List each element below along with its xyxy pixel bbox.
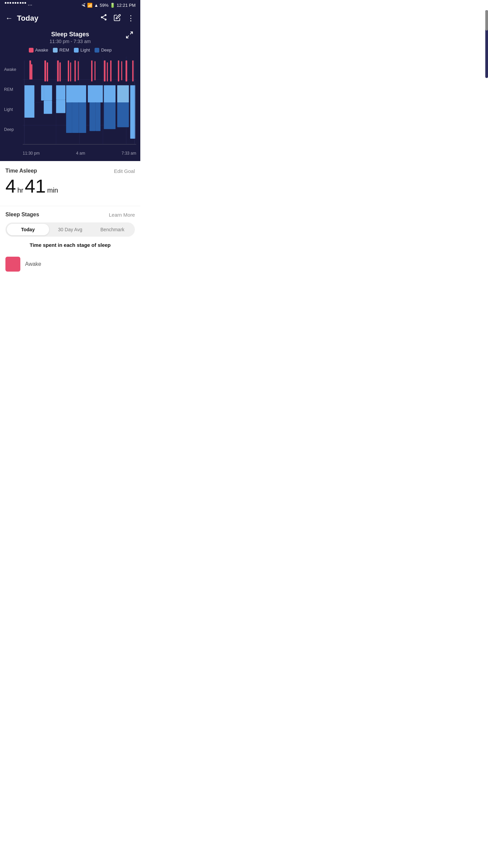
awake-color-box: [29, 48, 34, 53]
page-title: Today: [17, 14, 96, 23]
svg-rect-27: [57, 60, 59, 81]
tab-today[interactable]: Today: [7, 224, 49, 235]
svg-rect-34: [70, 62, 71, 81]
sleep-stages-label: Sleep Stages: [5, 212, 39, 218]
svg-rect-46: [110, 60, 111, 81]
svg-rect-38: [96, 102, 101, 131]
time-asleep-section: Time Asleep Edit Goal 4 hr 41 min: [0, 161, 140, 206]
awake-stage-label: Awake: [25, 261, 41, 267]
svg-rect-43: [104, 102, 115, 129]
awake-stage-color: [5, 257, 20, 272]
tab-benchmark[interactable]: Benchmark: [91, 224, 134, 235]
svg-rect-35: [75, 60, 76, 81]
y-label-light: Light: [4, 99, 20, 119]
y-label-awake: Awake: [4, 59, 20, 79]
svg-line-6: [126, 36, 129, 38]
legend-awake-label: Awake: [35, 47, 48, 53]
rem-color-box: [53, 48, 58, 53]
svg-rect-39: [88, 85, 103, 102]
share-icon[interactable]: [100, 14, 107, 23]
svg-rect-24: [47, 62, 48, 81]
svg-rect-53: [132, 60, 134, 81]
svg-rect-23: [44, 60, 46, 81]
fitbit-logo: ···: [5, 2, 32, 8]
status-left: ···: [5, 2, 32, 8]
svg-rect-28: [59, 62, 61, 81]
svg-rect-50: [121, 61, 122, 80]
bluetooth-icon: ⮘: [81, 3, 86, 8]
svg-rect-31: [79, 102, 86, 133]
chart-legend: Awake REM Light Deep: [4, 47, 136, 53]
edit-icon[interactable]: [114, 14, 121, 23]
chart-time-range: 11:30 pm - 7:33 am: [4, 39, 136, 44]
svg-rect-33: [68, 60, 69, 81]
svg-point-0: [105, 14, 107, 16]
time-text: 12:21 PM: [117, 3, 136, 8]
svg-rect-25: [56, 85, 66, 100]
svg-rect-44: [104, 60, 105, 81]
sleep-stages-section: Sleep Stages Learn More Today 30 Day Avg…: [0, 206, 140, 278]
svg-point-1: [101, 16, 103, 18]
more-icon[interactable]: ⋮: [127, 14, 135, 23]
svg-rect-37: [89, 102, 96, 131]
wifi-icon: 📶: [87, 3, 93, 8]
svg-rect-18: [29, 60, 31, 79]
battery-icon: 🔋: [110, 3, 115, 8]
svg-rect-16: [24, 85, 35, 102]
legend-rem: REM: [53, 47, 69, 53]
svg-rect-48: [117, 102, 129, 127]
battery-text: 59%: [100, 3, 108, 8]
y-label-deep: Deep: [4, 119, 20, 139]
light-color-box: [74, 48, 79, 53]
svg-rect-51: [125, 60, 127, 81]
svg-line-3: [103, 18, 105, 19]
svg-rect-47: [117, 85, 129, 102]
legend-awake: Awake: [29, 47, 48, 53]
svg-rect-32: [66, 85, 86, 102]
edit-goal-button[interactable]: Edit Goal: [114, 168, 135, 174]
chart-y-axis: Awake REM Light Deep: [4, 57, 23, 150]
stage-subtitle: Time spent in each stage of sleep: [5, 242, 135, 248]
status-bar: ··· ⮘ 📶 ▲ 59% 🔋 12:21 PM: [0, 0, 140, 10]
legend-deep: Deep: [95, 47, 111, 53]
stage-item-awake: Awake: [5, 253, 135, 275]
svg-line-5: [130, 32, 133, 34]
legend-light: Light: [74, 47, 90, 53]
legend-deep-label: Deep: [101, 47, 111, 53]
legend-rem-label: REM: [59, 47, 69, 53]
sleep-stages-header: Sleep Stages Learn More: [5, 212, 135, 218]
expand-button[interactable]: [125, 31, 134, 40]
svg-rect-21: [44, 85, 52, 100]
hours-value: 4: [5, 177, 16, 196]
chart-title: Sleep Stages: [4, 31, 136, 38]
chart-svg-area: [23, 57, 136, 150]
learn-more-button[interactable]: Learn More: [109, 212, 135, 218]
svg-point-2: [105, 19, 107, 20]
svg-line-4: [103, 16, 105, 17]
sleep-chart-section: Sleep Stages 11:30 pm - 7:33 am Awake RE…: [0, 28, 140, 161]
x-label-mid: 4 am: [76, 151, 85, 156]
svg-rect-19: [31, 64, 33, 80]
svg-rect-49: [118, 60, 119, 81]
svg-rect-17: [24, 102, 35, 118]
svg-rect-26: [56, 100, 66, 113]
minutes-unit: min: [47, 186, 58, 194]
back-button[interactable]: ←: [5, 14, 13, 23]
x-label-start: 11:30 pm: [23, 151, 40, 156]
x-label-end: 7:33 am: [122, 151, 136, 156]
tab-30day[interactable]: 30 Day Avg: [49, 224, 92, 235]
signal-icon: ▲: [94, 3, 98, 8]
sleep-stages-tabs: Today 30 Day Avg Benchmark: [5, 222, 135, 237]
svg-rect-42: [104, 85, 115, 102]
svg-rect-45: [107, 62, 108, 81]
deep-color-box: [95, 48, 99, 53]
svg-rect-36: [78, 61, 79, 80]
svg-rect-30: [72, 102, 79, 133]
hours-unit: hr: [17, 186, 23, 194]
time-asleep-value: 4 hr 41 min: [5, 177, 135, 196]
time-asleep-label: Time Asleep: [5, 168, 37, 174]
status-right: ⮘ 📶 ▲ 59% 🔋 12:21 PM: [81, 3, 136, 8]
chart-x-axis: 11:30 pm 4 am 7:33 am: [4, 150, 136, 156]
svg-rect-40: [91, 60, 93, 81]
y-label-rem: REM: [4, 79, 20, 99]
